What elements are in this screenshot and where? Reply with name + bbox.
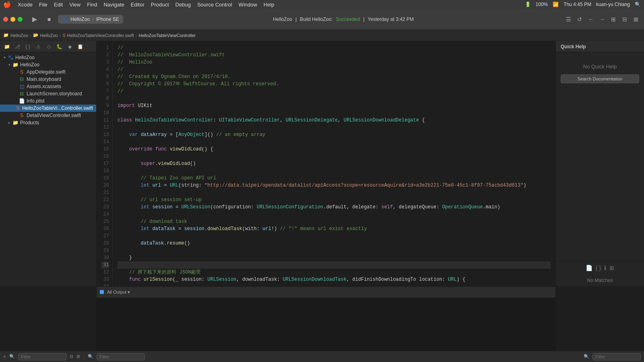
search-icon[interactable]: 🔍 xyxy=(635,2,641,7)
version-editor-btn[interactable]: ⊠ xyxy=(631,14,641,24)
ln-33: 33 xyxy=(101,276,109,283)
menu-find[interactable]: Find xyxy=(87,2,97,8)
menu-edit[interactable]: Edit xyxy=(54,2,63,8)
tree-item-plist[interactable]: 📄 Info.plist xyxy=(0,97,96,105)
tree-group-products[interactable]: ▸ 📁 Products xyxy=(0,119,96,126)
forward-button[interactable]: → xyxy=(597,14,607,24)
report-nav-btn[interactable]: 📋 xyxy=(76,42,85,51)
menu-xcode[interactable]: Xcode xyxy=(18,2,33,8)
tree-item-detailvc[interactable]: S DetailViewController.swift xyxy=(0,112,96,119)
tree-item-launchscreen[interactable]: ⊟ LaunchScreen.storyboard xyxy=(0,90,96,97)
quick-help-panel: Quick Help No Quick Help Search Document… xyxy=(555,41,644,286)
breadcrumb-class[interactable]: HelloZooTableViewController xyxy=(139,33,196,38)
ln-10: 10 xyxy=(101,109,109,117)
refresh-button[interactable]: ↺ xyxy=(575,14,584,24)
debug-console[interactable]: All Output ▾ xyxy=(97,287,555,351)
debug-indicator-icon xyxy=(100,290,104,295)
code-line-10 xyxy=(118,109,551,117)
tree-item-assets[interactable]: ◫ Assets.xcassets xyxy=(0,83,96,90)
group-hellozoo-label: HelloZoo xyxy=(20,62,39,68)
assets-icon: ◫ xyxy=(19,84,25,89)
code-line-4: // xyxy=(118,66,551,73)
menu-editor[interactable]: Editor xyxy=(131,2,144,8)
filter-icon-3: 🔍 xyxy=(584,354,589,359)
folder-nav-btn[interactable]: 📁 xyxy=(2,42,11,51)
ln-1: 1 xyxy=(101,44,109,51)
menu-view[interactable]: View xyxy=(69,2,80,8)
all-output-select[interactable]: All Output ▾ xyxy=(107,290,130,295)
code-line-15: override func viewDidLoad() { xyxy=(118,146,551,153)
add-status-button[interactable]: + xyxy=(3,354,6,360)
ln-21: 21 xyxy=(101,189,109,196)
code-line-14 xyxy=(118,138,551,146)
console-view-btn[interactable]: ⊟ xyxy=(70,354,73,359)
run-button[interactable]: ▶ xyxy=(29,14,40,25)
ln-16: 16 xyxy=(101,153,109,160)
code-line-11: class HelloZooTableViewController: UITab… xyxy=(118,117,551,124)
vcs-nav-btn[interactable]: ⎇ xyxy=(13,42,22,51)
ln-11: 11 xyxy=(101,117,109,124)
filter-input[interactable] xyxy=(18,353,66,360)
build-separator: | xyxy=(295,16,297,22)
close-button[interactable] xyxy=(3,17,8,22)
breadcrumb-hellozoo2[interactable]: HelloZoo xyxy=(40,33,58,38)
code-line-9: import UIKit xyxy=(118,102,551,109)
minimize-button[interactable] xyxy=(10,17,15,22)
menu-navigate[interactable]: Navigate xyxy=(103,2,124,8)
tree-group-hellozoo[interactable]: ▾ 📁 HelloZoo xyxy=(0,61,96,68)
tree-item-mainstoryboard[interactable]: ⊟ Main.storyboard xyxy=(0,76,96,83)
filter-input-3[interactable] xyxy=(592,353,641,360)
breakpoint-nav-btn[interactable]: ◆ xyxy=(65,42,74,51)
tree-item-appdelegate[interactable]: S AppDelegate.swift xyxy=(0,68,96,76)
breadcrumb-hellozoo1[interactable]: HelloZoo xyxy=(10,33,28,38)
identity-inspector-icon[interactable]: ℹ xyxy=(604,265,606,271)
ln-32: 32 xyxy=(101,269,109,276)
ln-9: 9 xyxy=(101,102,109,109)
breadcrumb-file[interactable]: HelloZooTableViewController.swift xyxy=(67,33,134,38)
file-assets: Assets.xcassets xyxy=(27,84,61,89)
debug-area: All Output ▾ xyxy=(0,286,644,351)
variable-view-btn[interactable]: ⊞ xyxy=(76,354,80,359)
build-action: Build HelloZoo: xyxy=(300,16,332,22)
attributes-inspector-icon[interactable]: ⊞ xyxy=(609,265,614,271)
apple-menu[interactable]: 🍎 xyxy=(3,1,11,8)
menu-help[interactable]: Help xyxy=(264,2,275,8)
debug-nav-btn[interactable]: 🐛 xyxy=(55,42,64,51)
assistant-editor-btn[interactable]: ⊟ xyxy=(620,14,630,24)
ln-31: 31 xyxy=(101,261,109,269)
ln-29: 29 xyxy=(101,247,109,254)
jump-bar: 📁 HelloZoo › 📂 HelloZoo › S HelloZooTabl… xyxy=(0,30,644,41)
symbol-nav-btn[interactable]: { } xyxy=(23,42,32,51)
build-separator2: | xyxy=(363,16,364,22)
menu-window[interactable]: Window xyxy=(239,2,257,8)
standard-editor-btn[interactable]: ⊞ xyxy=(609,14,618,24)
breadcrumb-sep2: › xyxy=(60,33,61,38)
tablevc-icon: S xyxy=(15,105,21,111)
project-navigator: 📁 ⎇ { } ⚠ ◇ 🐛 ◆ 📋 ▾ 🐾 HelloZoo ▾ 📁 Hello… xyxy=(0,41,97,286)
issue-nav-btn[interactable]: ⚠ xyxy=(34,42,43,51)
code-line-13: var dataArray = [AnyObject]() // an empt… xyxy=(118,131,551,138)
scheme-selector[interactable]: 🐾 HelloZoo › iPhone SE xyxy=(58,15,123,24)
menu-file[interactable]: File xyxy=(39,2,47,8)
navigator-toggle[interactable]: ☰ xyxy=(564,14,573,24)
swift-file-icon: S xyxy=(19,69,25,75)
stop-button[interactable]: ■ xyxy=(43,14,55,25)
code-line-2: // HelloZooTableViewController.swift xyxy=(118,51,551,59)
menu-source-control[interactable]: Source Control xyxy=(197,2,232,8)
file-inspector-icon[interactable]: 📄 xyxy=(586,265,592,271)
back-button[interactable]: ← xyxy=(586,14,596,24)
search-documentation-button[interactable]: Search Documentation xyxy=(561,74,639,83)
filter-input-2[interactable] xyxy=(97,353,145,360)
menu-product[interactable]: Product xyxy=(151,2,169,8)
tree-item-tablevc[interactable]: S HelloZooTableVi...Controller.swift xyxy=(0,105,96,112)
menubar: 🍎 Xcode File Edit View Find Navigate Edi… xyxy=(0,0,644,9)
quick-help-icon[interactable]: { } xyxy=(596,265,601,271)
code-content[interactable]: 1 2 3 4 5 6 7 8 9 10 11 12 13 14 15 16 1… xyxy=(97,41,555,286)
tree-root[interactable]: ▾ 🐾 HelloZoo xyxy=(0,54,96,61)
code-editor: 1 2 3 4 5 6 7 8 9 10 11 12 13 14 15 16 1… xyxy=(97,41,555,286)
launchscreen-icon: ⊟ xyxy=(19,91,25,97)
menu-debug[interactable]: Debug xyxy=(175,2,191,8)
maximize-button[interactable] xyxy=(18,17,23,22)
quick-help-title: Quick Help xyxy=(561,44,586,49)
test-nav-btn[interactable]: ◇ xyxy=(44,42,53,51)
